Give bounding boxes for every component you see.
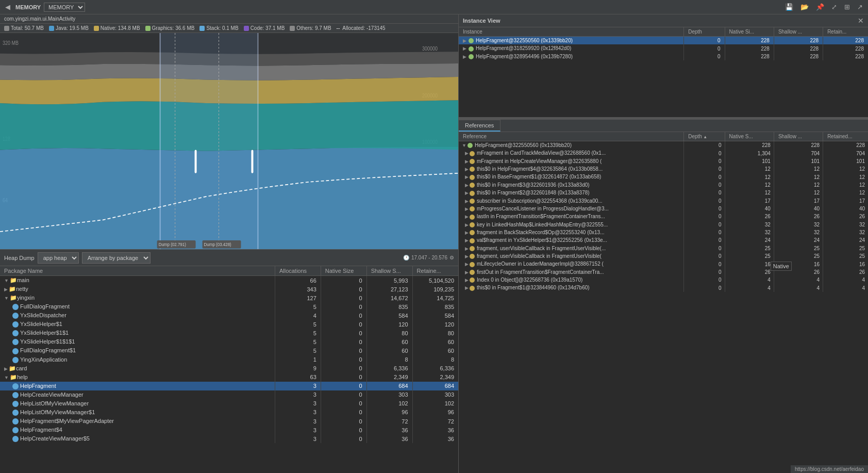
expand-icon[interactable]: ▶: [463, 46, 466, 51]
heap-table: Package Name Allocations Native Size Sha…: [0, 266, 458, 443]
ref-depth: 0: [684, 276, 725, 284]
table-row[interactable]: HelpListOfMyViewManager$1 3 0 96 96: [0, 408, 458, 417]
ref-row[interactable]: ▶this$0 in Fragment$1@323844960 (0x134d7…: [459, 284, 868, 291]
ref-row[interactable]: ▶fragment in BackStackRecord$Op@32255324…: [459, 229, 868, 236]
pin-button[interactable]: 📌: [814, 2, 826, 12]
svg-text:300000: 300000: [422, 45, 438, 52]
expand-icon[interactable]: ▼: [4, 296, 9, 301]
ref-row[interactable]: ▶this$0 in HelpFragment$4@322635864 (0x1…: [459, 165, 868, 173]
table-row[interactable]: YxSlideHelper$1$1 5 0 80 80: [0, 329, 458, 337]
cell-native: 0: [321, 434, 366, 443]
instance-row[interactable]: ▶HelpFragment@322550560 (0x1339bb20) 0 2…: [459, 37, 868, 45]
ref-row[interactable]: ▶val$fragment in YxSlideHelper$1@3225522…: [459, 236, 868, 244]
ref-table-container[interactable]: Reference Depth Native S... Shallow ... …: [459, 132, 868, 473]
expand-icon[interactable]: ▶: [465, 262, 469, 267]
expand-icon[interactable]: ▶: [465, 270, 469, 275]
main-layout: com.yingzi.main.ui.MainActivity Total: 5…: [0, 14, 868, 473]
ref-row[interactable]: ▶this$0 in BaseFragment$1@322614872 (0x1…: [459, 173, 868, 181]
ref-row[interactable]: ▶mProgressCancelListener in ProgressDial…: [459, 205, 868, 213]
expand-icon[interactable]: ▼: [462, 143, 466, 148]
expand-icon[interactable]: ▼: [4, 278, 9, 283]
expand-icon[interactable]: ▶: [465, 254, 469, 259]
expand-icon[interactable]: ▶: [465, 199, 469, 204]
table-row[interactable]: YingXinApplication 1 0 8 8: [0, 355, 458, 364]
svg-text:Dump (02.791): Dump (02.791): [159, 242, 186, 248]
ref-row[interactable]: ▶firstOut in FragmentTransition$Fragment…: [459, 268, 868, 276]
expand-icon[interactable]: ▶: [465, 214, 469, 219]
expand-icon[interactable]: ▶: [465, 159, 469, 164]
ref-row[interactable]: ▶mLifecycleOwner in LoaderManagerImpl@32…: [459, 260, 868, 268]
expand-icon[interactable]: ▶: [465, 174, 469, 180]
ref-title-row[interactable]: ▼HelpFragment@322550560 (0x1339bb20) 0 2…: [459, 141, 868, 150]
ref-row[interactable]: ▶this$0 in Fragment$3@322601936 (0x133a8…: [459, 181, 868, 189]
table-row[interactable]: HelpListOfMyViewManager 3 0 102 102: [0, 399, 458, 408]
table-row[interactable]: YxSlideHelper$1$1$1 5 0 60 60: [0, 337, 458, 346]
table-row[interactable]: ▼📁help 63 0 2,349 2,349: [0, 373, 458, 382]
expand-icon[interactable]: ▼: [4, 375, 9, 380]
arrange-by-select[interactable]: Arrange by package: [82, 252, 151, 264]
expand-icon[interactable]: ▶: [465, 222, 469, 227]
back-button[interactable]: ◀: [3, 2, 12, 12]
memory-dropdown[interactable]: MEMORY: [44, 3, 85, 12]
expand-icon[interactable]: ▶: [4, 366, 8, 371]
expand-icon[interactable]: ▶: [465, 151, 469, 156]
expand-icon[interactable]: ▶: [463, 54, 466, 59]
legend-total: Total: 50.7 MB: [4, 25, 44, 31]
cell-retained: 8: [412, 355, 458, 364]
load-button[interactable]: 📂: [798, 2, 811, 12]
table-row[interactable]: YxSlideHelper$1 5 0 120 120: [0, 320, 458, 329]
ref-row[interactable]: ▶mFragment in CardTrackMediaView@3226885…: [459, 149, 868, 157]
instance-view-close[interactable]: ✕: [858, 17, 864, 25]
expand-icon[interactable]: ▶: [465, 285, 469, 290]
expand-icon[interactable]: ▶: [465, 238, 469, 243]
ref-row[interactable]: ▶lastIn in FragmentTransition$FragmentCo…: [459, 213, 868, 220]
ref-shallow: 12: [774, 189, 823, 197]
table-row[interactable]: HelpFragment$MyViewPagerAdapter 3 0 72 7…: [0, 417, 458, 426]
expand-icon[interactable]: ▶: [465, 278, 469, 283]
references-tab[interactable]: References: [459, 120, 500, 132]
cell-name: HelpFragment$4: [0, 426, 275, 434]
ref-row[interactable]: ▶key in LinkedHashMap$LinkedHashMapEntry…: [459, 221, 868, 229]
table-row[interactable]: FullDialogFragment 5 0 835 835: [0, 302, 458, 311]
table-row[interactable]: ▶📁card 9 0 6,336 6,336: [0, 364, 458, 373]
table-row[interactable]: HelpFragment$4 3 0 36 36: [0, 426, 458, 434]
maximize-button[interactable]: ⤢: [829, 2, 839, 12]
heap-table-container[interactable]: Package Name Allocations Native Size Sha…: [0, 266, 458, 473]
table-row[interactable]: HelpFragment 3 0 684 684: [0, 382, 458, 390]
col-retained-size[interactable]: Retaine...: [412, 266, 458, 276]
ref-row[interactable]: ▶Index 0 in Object[]@322568736 (0x139a15…: [459, 276, 868, 284]
expand-icon[interactable]: ▶: [465, 206, 469, 211]
expand-icon[interactable]: ▶: [465, 190, 469, 195]
ref-native: 12: [725, 165, 774, 173]
expand-icon[interactable]: ▶: [465, 246, 469, 251]
col-package-name[interactable]: Package Name: [0, 266, 275, 276]
table-row[interactable]: ▼📁main 66 0 5,993 5,104,520: [0, 276, 458, 285]
ref-row[interactable]: ▶mFragment in HelpCreateViewManager@3226…: [459, 157, 868, 165]
ref-row[interactable]: ▶subscriber in Subscription@322554368 (0…: [459, 197, 868, 205]
app-heap-select[interactable]: app heap: [38, 252, 79, 264]
expand-icon[interactable]: ▶: [465, 167, 469, 172]
ref-row[interactable]: ▶fragment, userVisibleCallback in Fragme…: [459, 252, 868, 260]
table-row[interactable]: ▼📁yingxin 127 0 14,672 14,725: [0, 293, 458, 302]
chart-area[interactable]: 320 MB 300000 200000 128 100000 64: [0, 33, 458, 250]
table-row[interactable]: HelpCreateViewManager$5 3 0 36 36: [0, 434, 458, 443]
table-row[interactable]: ▶📁netty 343 0 27,123 109,235: [0, 285, 458, 293]
save-button[interactable]: 💾: [783, 2, 795, 12]
instance-row[interactable]: ▶HelpFragment@328954496 (0x139b7280) 0 2…: [459, 53, 868, 60]
close-panel-button[interactable]: ↗: [855, 2, 865, 12]
expand-icon[interactable]: ▶: [4, 287, 8, 292]
filter-icon[interactable]: ⚙: [449, 255, 454, 260]
col-native-size[interactable]: Native Size: [321, 266, 366, 276]
float-button[interactable]: ⊞: [842, 2, 852, 12]
expand-icon[interactable]: ▶: [463, 38, 466, 43]
table-row[interactable]: FullDialogFragment$1 5 0 60 60: [0, 346, 458, 355]
ref-row[interactable]: ▶fragment, userVisibleCallback in Fragme…: [459, 244, 868, 252]
table-row[interactable]: HelpCreateViewManager 3 0 303 303: [0, 390, 458, 399]
col-shallow-size[interactable]: Shallow S...: [366, 266, 412, 276]
expand-icon[interactable]: ▶: [465, 230, 469, 235]
table-row[interactable]: YxSlideDispatcher 4 0 584 584: [0, 311, 458, 320]
ref-row[interactable]: ▶this$0 in Fragment$2@322601848 (0x133a8…: [459, 189, 868, 197]
col-allocations[interactable]: Allocations: [275, 266, 321, 276]
expand-icon[interactable]: ▶: [465, 183, 469, 188]
instance-row[interactable]: ▶HelpFragment@318259920 (0x12f842d0) 0 2…: [459, 44, 868, 52]
